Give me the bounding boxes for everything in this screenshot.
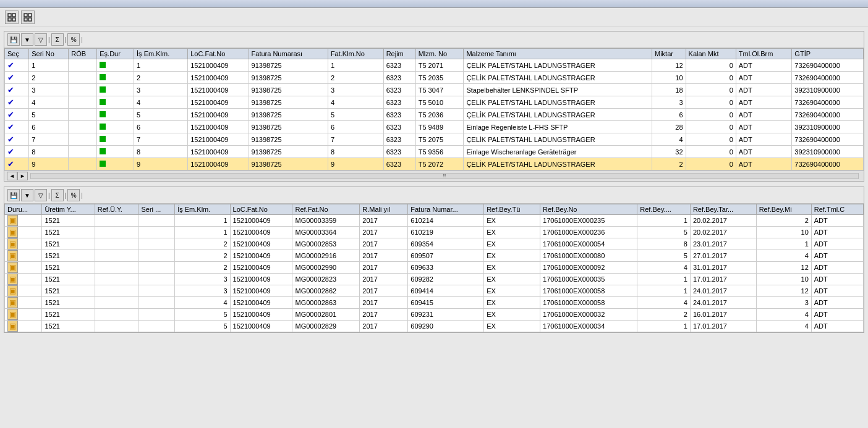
cell-brm: ADT [736,121,792,133]
cell-brm: ADT [736,72,792,84]
cell-is-em: 1 [134,59,188,72]
top-sum-icon[interactable]: Σ [51,33,64,46]
page-container: 💾 ▼ ▽ | Σ | % | Seç Seri No RÖB Eş.Dur İ… [0,0,868,428]
table-row[interactable]: ✔ 4 4 1521000409 91398725 4 6323 T5 5010… [5,96,864,109]
bcell-is-em: 5 [175,321,230,332]
bcell-uretim: 1521 [42,227,95,238]
bcol-is-em-klm: İş Em.Klm. [175,204,230,215]
bcol-duru: Duru... [5,204,42,215]
bcell-seri [138,215,175,227]
bcell-ref-fat: MG00003364 [292,227,360,238]
top-nav-right[interactable]: ► [17,172,28,180]
bottom-filter2-icon[interactable]: ▽ [35,189,47,201]
svg-rect-5 [28,14,32,17]
bcell-ref-bey-x: 8 [637,238,691,250]
table-row[interactable]: ✔ 8 8 1521000409 91398725 8 6323 T5 9356… [5,146,864,158]
cell-malzeme: ÇELİK PALET/STAHL LADUNGSTRAGER [464,59,652,72]
grid-icon[interactable] [5,10,19,24]
bcol-ref-tml-c: Ref.Tml.C [811,204,863,215]
table-row[interactable]: ▣ 1521 3 1521000409 MG00002823 2017 6092… [5,274,864,285]
bcell-uretim: 1521 [42,262,95,274]
cell-is-em: 6 [134,121,188,133]
bcell-ref-tml: ADT [811,297,863,309]
svg-rect-3 [12,18,15,21]
cell-rejim: 6323 [383,72,415,84]
cell-fatura: 91398725 [249,146,328,158]
top-filter2-icon[interactable]: ▽ [35,33,47,46]
bcell-uretim: 1521 [42,285,95,297]
table-row[interactable]: ✔ 3 3 1521000409 91398725 3 6323 T5 3047… [5,84,864,96]
cell-rejim: 6323 [383,121,415,133]
bcell-ref-tml: ADT [811,274,863,285]
cell-es-dur [97,146,134,158]
bcell-mali-yil: 2017 [360,262,408,274]
bcell-ref-uy [95,227,138,238]
bcell-seri [138,274,175,285]
bcell-ref-bey-tar: 20.02.2017 [690,227,756,238]
bcell-ref-fat: MG00002829 [292,321,360,332]
table-row[interactable]: ✔ 5 5 1521000409 91398725 5 6323 T5 2036… [5,109,864,121]
cell-fat-klm: 4 [328,96,383,109]
bcell-durum: ▣ [5,309,42,321]
top-scrollbar[interactable]: ⠿ [30,173,859,179]
bcell-durum: ▣ [5,321,42,332]
bcol-ref-uy: Ref.Ü.Y. [95,204,138,215]
top-percent-icon[interactable]: % [67,33,80,46]
bottom-filter-icon[interactable]: ▼ [21,189,33,201]
table-row[interactable]: ▣ 1521 1 1521000409 MG00003364 2017 6102… [5,227,864,238]
bcell-ref-fat: MG00002862 [292,285,360,297]
bcell-ref-bey-tar: 27.01.2017 [690,250,756,262]
table-row[interactable]: ✔ 2 2 1521000409 91398725 2 6323 T5 2035… [5,72,864,84]
cell-loc-fat: 1521000409 [188,109,249,121]
bcell-ref-fat: MG00002863 [292,297,360,309]
bcell-uretim: 1521 [42,274,95,285]
bcell-ref-bey-tu: EX [484,227,540,238]
table-row[interactable]: ▣ 1521 4 1521000409 MG00002863 2017 6094… [5,297,864,309]
bcell-mali-yil: 2017 [360,297,408,309]
bcell-ref-bey-tar: 20.02.2017 [690,215,756,227]
cell-seri-no: 3 [29,84,69,96]
bottom-save-icon[interactable]: 💾 [7,189,20,201]
col-miktar: Miktar [652,49,686,59]
bcell-ref-tml: ADT [811,238,863,250]
table-row[interactable]: ▣ 1521 1 1521000409 MG00003359 2017 6102… [5,215,864,227]
table-row[interactable]: ▣ 1521 2 1521000409 MG00002990 2017 6096… [5,262,864,274]
table-row[interactable]: ✔ 7 7 1521000409 91398725 7 6323 T5 2075… [5,133,864,146]
bcol-ref-bey-mi: Ref.Bey.Mi [756,204,811,215]
bcell-mali-yil: 2017 [360,285,408,297]
cell-fat-klm: 8 [328,146,383,158]
cell-mlzm: T5 9356 [415,146,464,158]
bcell-is-em: 1 [175,215,230,227]
bcell-fatura: 609231 [408,309,484,321]
cell-miktar: 3 [652,96,686,109]
cell-mlzm: T5 5010 [415,96,464,109]
top-filter-icon[interactable]: ▼ [21,33,33,46]
cell-rejim: 6323 [383,133,415,146]
grid2-icon[interactable] [21,10,35,24]
cell-sec: ✔ [5,146,29,158]
bcell-ref-bey-mi: 10 [756,227,811,238]
bottom-percent-icon[interactable]: % [67,189,80,201]
cell-fatura: 91398725 [249,72,328,84]
col-mlzm-no: Mlzm. No [415,49,464,59]
cell-rob [69,59,97,72]
table-row[interactable]: ▣ 1521 5 1521000409 MG00002829 2017 6092… [5,321,864,332]
top-save-icon[interactable]: 💾 [7,33,20,46]
table-row[interactable]: ▣ 1521 5 1521000409 MG00002801 2017 6092… [5,309,864,321]
bcell-ref-uy [95,262,138,274]
bcell-loc-fat: 1521000409 [230,274,292,285]
table-row[interactable]: ▣ 1521 2 1521000409 MG00002853 2017 6093… [5,238,864,250]
bcell-ref-bey-x: 1 [637,321,691,332]
top-nav-left[interactable]: ◄ [7,172,17,180]
table-row[interactable]: ✔ 6 6 1521000409 91398725 6 6323 T5 9489… [5,121,864,133]
table-row[interactable]: ✔ 1 1 1521000409 91398725 1 6323 T5 2071… [5,59,864,72]
bcell-mali-yil: 2017 [360,309,408,321]
bcell-seri [138,285,175,297]
table-row[interactable]: ▣ 1521 3 1521000409 MG00002862 2017 6094… [5,285,864,297]
cell-brm: ADT [736,96,792,109]
bcell-uretim: 1521 [42,238,95,250]
bcell-loc-fat: 1521000409 [230,227,292,238]
table-row[interactable]: ✔ 9 9 1521000409 91398725 9 6323 T5 2072… [5,158,864,170]
table-row[interactable]: ▣ 1521 2 1521000409 MG00002916 2017 6095… [5,250,864,262]
bottom-sum-icon[interactable]: Σ [51,189,64,201]
